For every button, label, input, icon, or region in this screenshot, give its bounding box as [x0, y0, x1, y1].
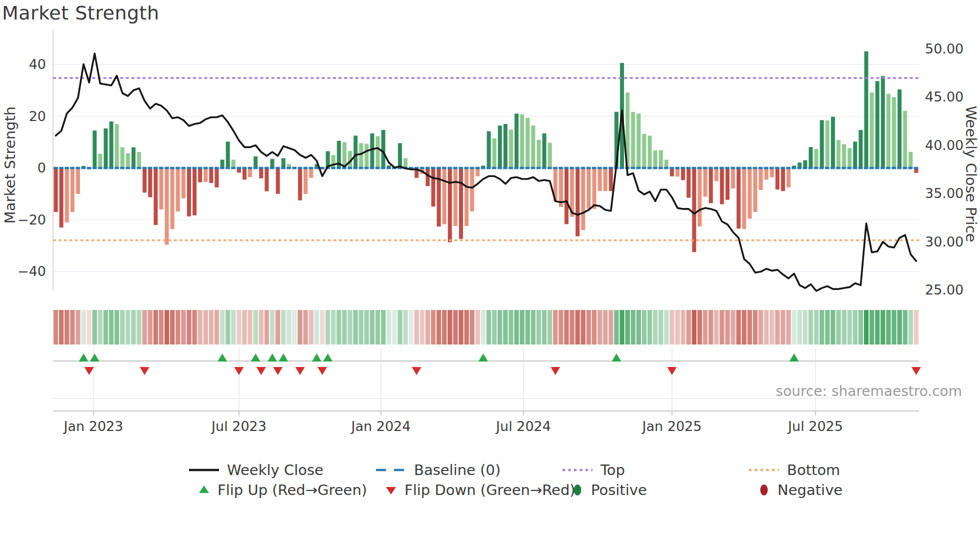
positive-dot-icon — [571, 483, 584, 497]
legend-item-positive: Positive — [571, 481, 647, 499]
source-note: source: sharemaestro.com — [776, 383, 962, 400]
top-dotted-icon — [562, 464, 594, 476]
right-axis-tick: 45.00 — [925, 89, 964, 104]
right-axis-tick: 40.00 — [925, 138, 964, 153]
flip-down-marker — [234, 367, 244, 375]
x-axis-tick: Jul 2024 — [495, 418, 551, 434]
x-axis-tick: Jan 2025 — [642, 418, 702, 434]
bottom-dotted-icon — [748, 464, 780, 476]
left-axis-tick: 0 — [38, 160, 46, 176]
reference-lines — [53, 78, 919, 240]
right-axis-title: Weekly Close Price — [962, 106, 980, 242]
flip-down-triangle-icon — [384, 484, 398, 496]
flip-up-marker — [790, 354, 799, 362]
legend-label: Bottom — [787, 462, 840, 478]
x-axis-tick: Jan 2023 — [63, 418, 124, 434]
flip-markers — [53, 348, 921, 411]
right-axis-tick: 50.00 — [925, 41, 964, 56]
flip-up-marker — [278, 354, 288, 362]
legend-item-top: Top — [562, 461, 625, 479]
flip-down-marker — [550, 367, 560, 375]
flip-down-marker — [318, 367, 327, 375]
flip-down-marker — [256, 367, 266, 375]
flip-down-marker — [84, 367, 94, 375]
flip-down-marker — [273, 367, 282, 375]
left-axis-tick: 40 — [29, 56, 46, 72]
heatmap-strip — [54, 310, 918, 344]
left-axis-tick: −20 — [18, 212, 46, 228]
legend-label: Flip Up (Red→Green) — [218, 482, 367, 498]
flip-up-marker — [312, 354, 322, 362]
chart-page: Market Strength Jan 2023Jul 2023Jan 2024… — [0, 0, 980, 551]
legend-label: Weekly Close — [227, 462, 324, 478]
page-title: Market Strength — [2, 2, 160, 24]
legend-label: Top — [600, 462, 625, 478]
flip-up-triangle-icon — [198, 484, 210, 496]
flip-down-marker — [296, 367, 305, 375]
flip-down-marker — [412, 367, 422, 375]
right-axis-tick: 30.00 — [925, 234, 964, 250]
legend-item-flip-up: Flip Up (Red→Green) — [198, 481, 367, 499]
flip-up-marker — [268, 354, 277, 362]
legend-item-weekly-close: Weekly Close — [188, 461, 324, 479]
weekly-close-line-icon — [188, 464, 220, 476]
flip-up-marker — [218, 354, 227, 362]
left-axis-tick: −40 — [18, 264, 46, 279]
legend-item-baseline: Baseline (0) — [375, 461, 500, 479]
legend-label: Negative — [778, 482, 842, 498]
flip-up-marker — [79, 354, 88, 362]
x-axis-tick: Jul 2025 — [787, 418, 843, 434]
legend-item-flip-down: Flip Down (Green→Red) — [384, 481, 576, 499]
left-axis-tick: 20 — [29, 108, 46, 124]
legend-label: Flip Down (Green→Red) — [404, 482, 576, 498]
x-axis-tick: Jan 2024 — [350, 418, 411, 434]
legend-item-bottom: Bottom — [748, 461, 840, 479]
negative-dot-icon — [758, 483, 770, 497]
right-axis-tick: 25.00 — [925, 282, 964, 298]
flip-down-marker — [912, 367, 921, 375]
left-axis-title: Market Strength — [2, 106, 18, 224]
strength-bars — [54, 52, 918, 252]
legend-label: Positive — [591, 482, 647, 498]
flip-up-marker — [612, 354, 621, 362]
flip-up-marker — [323, 354, 332, 362]
flip-up-marker — [478, 354, 488, 362]
flip-up-marker — [251, 354, 260, 362]
axis-layer: Jan 2023Jul 2023Jan 2024Jul 2024Jan 2025… — [18, 41, 964, 434]
legend-item-negative: Negative — [758, 481, 842, 499]
gridlines — [53, 30, 919, 290]
x-axis-tick: Jul 2023 — [210, 418, 266, 434]
flip-down-marker — [140, 367, 150, 375]
baseline-dash-icon — [375, 464, 407, 476]
right-axis-tick: 35.00 — [925, 186, 964, 201]
legend-label: Baseline (0) — [414, 462, 500, 478]
flip-up-marker — [90, 354, 100, 362]
flip-down-marker — [667, 367, 676, 375]
